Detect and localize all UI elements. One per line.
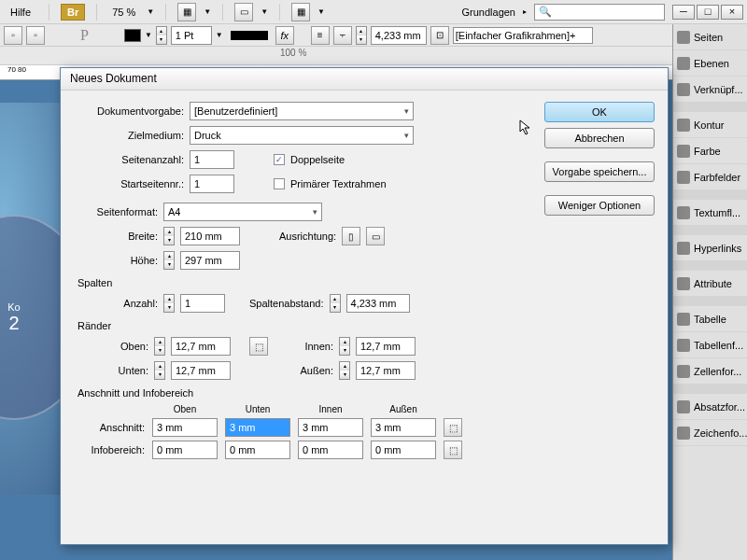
label-innen: Innen: (287, 341, 333, 352)
pages-input[interactable]: 1 (190, 150, 234, 169)
height-input[interactable]: 297 mm (180, 251, 240, 270)
fill-swatch[interactable] (124, 29, 141, 42)
margin-top-input[interactable]: 12,7 mm (171, 337, 231, 356)
arrange-icon[interactable]: ▦ (291, 3, 310, 21)
tool-icon[interactable]: ▫ (26, 26, 45, 45)
cancel-button[interactable]: Abbrechen (544, 128, 655, 148)
margin-inside-spinner[interactable]: ▴▾ (339, 337, 350, 356)
label-format: Seitenformat: (74, 206, 158, 217)
view-options-icon[interactable]: ▦ (177, 3, 196, 21)
help-menu[interactable]: Hilfe (4, 4, 37, 21)
top-menubar: Hilfe Br 75 %▼ ▦▼ ▭▼ ▦▼ Grundlagen▸ 🔍 ─ … (0, 0, 747, 24)
secondary-toolbar: 100 % (0, 47, 747, 65)
align-icon[interactable]: ≡ (311, 26, 330, 45)
panels-dock: Seiten Ebenen Verknüpf... Kontur Farbe F… (672, 24, 747, 560)
fx-icon[interactable]: fx (275, 26, 294, 45)
slug-top-input[interactable]: 0 mm (152, 441, 218, 459)
section-anschnitt: Anschnitt und Infobereich (78, 387, 655, 399)
width-spinner[interactable]: ▴▾ (163, 227, 175, 245)
panel-attribute[interactable]: Attribute (673, 271, 747, 297)
landscape-icon[interactable]: ▭ (366, 227, 385, 245)
margin-outside-input[interactable]: 12,7 mm (356, 361, 416, 380)
maximize-button[interactable]: □ (697, 5, 719, 20)
minimize-button[interactable]: ─ (672, 5, 695, 20)
measure-spinner[interactable]: ▴▾ (356, 26, 367, 45)
ok-button[interactable]: OK (544, 102, 655, 122)
slug-bottom-input[interactable]: 0 mm (225, 441, 290, 459)
label-hoehe: Höhe: (74, 255, 158, 266)
link-margins-icon[interactable]: ⬚ (249, 337, 268, 356)
measure-input[interactable]: 4,233 mm (371, 26, 427, 45)
primary-frame-checkbox[interactable] (274, 178, 285, 189)
screen-mode-icon[interactable]: ▭ (234, 3, 253, 21)
stroke-spinner[interactable]: ▴▾ (156, 26, 167, 45)
margin-top-spinner[interactable]: ▴▾ (154, 337, 165, 356)
bleed-bottom-input[interactable]: 3 mm (225, 418, 290, 437)
new-document-dialog: Neues Dokument OK Abbrechen Vorgabe spei… (60, 67, 669, 545)
panel-tabellenf[interactable]: Tabellenf... (673, 332, 747, 358)
bleed-outside-input[interactable]: 3 mm (371, 418, 436, 437)
margin-bottom-spinner[interactable]: ▴▾ (154, 361, 165, 380)
bleed-inside-input[interactable]: 3 mm (298, 418, 363, 437)
panel-kontur[interactable]: Kontur (673, 112, 747, 138)
stroke-style[interactable] (231, 31, 268, 40)
panel-farbfelder[interactable]: Farbfelder (673, 164, 747, 190)
attributes-icon (677, 277, 690, 290)
bridge-button[interactable]: Br (61, 4, 85, 21)
panel-textumfl[interactable]: Textumfl... (673, 200, 747, 226)
columns-spinner[interactable]: ▴▾ (163, 294, 175, 313)
panel-zeichenfo[interactable]: Zeichenfo... (673, 420, 747, 446)
label-aussen: Außen: (287, 365, 333, 376)
stroke-icon (677, 119, 690, 132)
close-button[interactable]: × (721, 5, 743, 20)
section-spalten: Spalten (78, 277, 655, 288)
save-preset-button[interactable]: Vorgabe speichern... (544, 161, 655, 182)
panel-farbe[interactable]: Farbe (673, 138, 747, 164)
panel-tabelle[interactable]: Tabelle (673, 306, 747, 332)
facing-checkbox[interactable]: ✓ (274, 154, 285, 165)
tool-icon[interactable]: ▫ (4, 26, 22, 45)
preset-select[interactable]: [Benutzerdefiniert] (190, 102, 414, 120)
workspace-switcher[interactable]: Grundlagen (462, 7, 516, 18)
search-input[interactable]: 🔍 (534, 4, 665, 21)
fewer-options-button[interactable]: Weniger Optionen (544, 195, 655, 216)
gutter-input[interactable]: 4,233 mm (346, 294, 410, 313)
link-slug-icon[interactable]: ⬚ (444, 441, 462, 459)
panel-absatzfor[interactable]: Absatzfor... (673, 394, 747, 420)
panel-zellenfor[interactable]: Zellenfor... (673, 358, 747, 385)
link-bleed-icon[interactable]: ⬚ (444, 418, 462, 437)
charstyles-icon (677, 427, 690, 440)
bleed-top-input[interactable]: 3 mm (152, 418, 218, 437)
textwrap-icon (677, 206, 690, 219)
startpage-input[interactable]: 1 (190, 175, 234, 193)
slug-outside-input[interactable]: 0 mm (371, 441, 436, 459)
label-spaltenabst: Spaltenabstand: (249, 298, 324, 309)
label-vorgabe: Dokumentvorgabe: (74, 105, 184, 117)
parastyles-icon (677, 400, 690, 413)
height-spinner[interactable]: ▴▾ (163, 251, 175, 270)
label-doppel: Doppelseite (290, 154, 345, 165)
portrait-icon[interactable]: ▯ (342, 227, 360, 245)
margin-inside-input[interactable]: 12,7 mm (356, 337, 416, 356)
margin-outside-spinner[interactable]: ▴▾ (339, 361, 350, 380)
intent-select[interactable]: Druck (190, 126, 414, 145)
panel-ebenen[interactable]: Ebenen (673, 50, 747, 77)
stroke-weight[interactable]: 1 Pt (171, 26, 212, 45)
slug-inside-input[interactable]: 0 mm (298, 441, 363, 459)
columns-input[interactable]: 1 (180, 294, 225, 313)
panel-verknuepf[interactable]: Verknüpf... (673, 77, 747, 103)
width-input[interactable]: 210 mm (180, 227, 240, 245)
margin-bottom-input[interactable]: 12,7 mm (171, 361, 231, 380)
frame-dropdown[interactable]: [Einfacher Grafikrahmen]+ (453, 27, 593, 44)
pagesize-select[interactable]: A4 (163, 203, 322, 221)
gutter-spinner[interactable]: ▴▾ (330, 294, 341, 313)
panel-seiten[interactable]: Seiten (673, 24, 747, 50)
layers-icon (677, 57, 690, 70)
zoom-level[interactable]: 75 % (108, 5, 139, 20)
label-unten: Unten: (74, 365, 148, 376)
label-seiten: Seitenanzahl: (74, 154, 184, 165)
frame-type-icon[interactable]: ⊡ (430, 26, 449, 45)
panel-hyperlinks[interactable]: Hyperlinks (673, 235, 747, 261)
dialog-buttons: OK Abbrechen Vorgabe speichern... Wenige… (544, 102, 655, 221)
align-icon[interactable]: ⫟ (333, 26, 352, 45)
